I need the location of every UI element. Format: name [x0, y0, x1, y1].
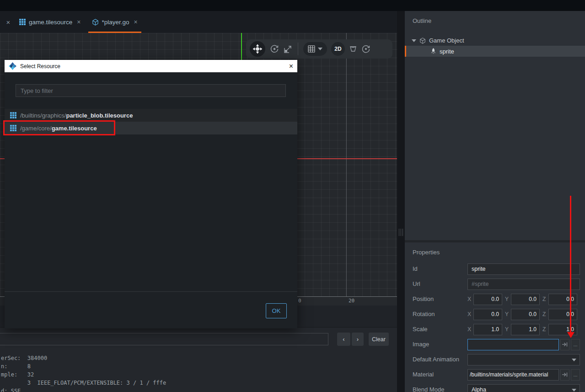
resource-path: /builtins/graphics/ — [20, 112, 66, 119]
dialog-close-icon[interactable]: × — [289, 63, 293, 70]
scale-tool-button[interactable] — [284, 44, 293, 54]
property-row-scale: Scale X Y Z — [405, 323, 585, 335]
scene-toolbar: 2D — [246, 39, 392, 59]
select-value: Alpha — [472, 387, 486, 392]
property-row-image: Image ... — [405, 338, 585, 350]
move-tool-button[interactable] — [250, 41, 265, 57]
resource-name: particle_blob.tilesource — [66, 112, 133, 119]
tree-expand-caret-icon[interactable] — [412, 39, 416, 42]
toolbar-divider — [298, 43, 298, 55]
tab-player-go[interactable]: *player.go × — [86, 11, 143, 33]
property-row-material: Material ... — [405, 369, 585, 381]
resource-filter-input[interactable] — [16, 84, 286, 97]
console-line: erSec: 384000 — [1, 354, 394, 362]
axis-x-label: X — [467, 311, 473, 317]
axis-z-label: Z — [542, 296, 548, 302]
id-field[interactable] — [467, 263, 580, 275]
console-line: 3 IEEE_FLOAT/PCM/EXTENSIBLE: 3 / 1 / fff… — [1, 379, 394, 387]
property-label: Image — [413, 338, 429, 350]
editor-tabbar: × game.tilesource × — [0, 11, 397, 33]
property-label: Rotation — [413, 308, 435, 320]
position-z-field[interactable] — [548, 294, 577, 305]
property-row-blend-mode: Blend Mode Alpha — [405, 384, 585, 392]
tab-game-tilesource[interactable]: game.tilesource × — [14, 11, 86, 33]
annotation-arrow-line — [570, 196, 571, 333]
outline-panel: Outline Game Object — [405, 11, 585, 240]
outline-item-game-object[interactable]: Game Object — [405, 35, 585, 46]
console-line: d: SSE — [1, 387, 394, 392]
property-row-url: Url — [405, 278, 585, 290]
tilesource-icon — [10, 112, 16, 118]
select-resource-dialog: Select Resource × /builtins/graphics/par… — [5, 60, 297, 328]
splitter-grip[interactable] — [399, 229, 403, 236]
resource-item-particle-blob[interactable]: /builtins/graphics/particle_blob.tilesou… — [5, 109, 297, 122]
axis-y-label: Y — [505, 296, 511, 302]
properties-panel: Properties Id Url Position X — [405, 242, 585, 392]
material-open-resource-icon[interactable] — [560, 369, 569, 381]
rotate-tool-button[interactable] — [269, 44, 279, 54]
axis-y-label: Y — [505, 326, 511, 333]
rotation-z-field[interactable] — [548, 309, 577, 320]
property-row-id: Id — [405, 263, 585, 275]
grid-dropdown-caret-icon[interactable] — [318, 48, 322, 50]
default-animation-select[interactable] — [467, 354, 580, 365]
dialog-footer: OK — [5, 291, 297, 328]
position-y-field[interactable] — [511, 294, 540, 305]
dropdown-caret-icon[interactable] — [572, 359, 576, 361]
property-label: Blend Mode — [413, 384, 444, 392]
dialog-titlebar: Select Resource × — [5, 60, 297, 72]
window-titlebar — [0, 0, 585, 11]
material-browse-button[interactable]: ... — [571, 369, 580, 381]
tab-label: game.tilesource — [29, 19, 72, 26]
dialog-title: Select Resource — [20, 63, 60, 70]
blend-mode-select[interactable]: Alpha — [467, 384, 580, 392]
console-search-input[interactable] — [0, 333, 328, 345]
console-next-button[interactable]: › — [352, 333, 364, 346]
image-browse-button[interactable]: ... — [571, 339, 580, 350]
overflow-tab-close-icon[interactable]: × — [3, 18, 14, 26]
image-field[interactable] — [467, 339, 559, 350]
axis-z-label: Z — [542, 326, 548, 333]
annotation-arrow-head-icon — [567, 332, 574, 338]
outline-item-label: sprite — [440, 48, 454, 55]
tab-label: *player.go — [102, 19, 129, 26]
rotation-x-field[interactable] — [473, 309, 502, 320]
frustum-culling-icon[interactable] — [349, 45, 357, 53]
rotation-y-field[interactable] — [511, 309, 540, 320]
tab-close-icon[interactable]: × — [134, 18, 138, 26]
properties-title: Properties — [413, 249, 440, 256]
right-panel: Outline Game Object — [405, 11, 585, 392]
axis-x-label: X — [467, 296, 473, 302]
position-x-field[interactable] — [473, 294, 502, 305]
ruler-tick-20: 20 — [349, 298, 354, 304]
image-open-resource-icon[interactable] — [560, 339, 569, 350]
axis-y-label: Y — [505, 311, 511, 317]
property-label: Id — [413, 263, 418, 275]
dropdown-caret-icon[interactable] — [572, 389, 576, 392]
tab-close-icon[interactable]: × — [77, 18, 81, 26]
grid-toggle-button[interactable] — [303, 42, 327, 56]
reset-camera-icon[interactable] — [361, 44, 370, 54]
panel-splitter[interactable] — [397, 11, 405, 392]
property-label: Position — [413, 293, 434, 305]
scale-x-field[interactable] — [473, 324, 502, 335]
property-label: Scale — [413, 323, 428, 335]
console-line: n: 8 — [1, 362, 394, 371]
outline-title: Outline — [413, 17, 431, 24]
2d-mode-button[interactable]: 2D — [331, 42, 345, 56]
property-label: Url — [413, 278, 420, 290]
console-prev-button[interactable]: ‹ — [337, 333, 350, 346]
console-output: erSec: 384000 n: 8 mple: 32 3 IEEE_FLOAT… — [1, 354, 394, 392]
grid-icon — [308, 45, 315, 53]
console-clear-button[interactable]: Clear — [369, 333, 389, 346]
outline-item-sprite[interactable]: sprite — [405, 46, 585, 57]
tilesource-icon — [19, 19, 26, 25]
url-field[interactable] — [467, 279, 580, 290]
ruler-tick-0: 0 — [298, 298, 301, 304]
material-field[interactable] — [467, 369, 559, 381]
scale-y-field[interactable] — [511, 324, 540, 335]
ok-button[interactable]: OK — [266, 303, 287, 318]
annotation-highlight-rect — [3, 120, 115, 135]
axis-x-label: X — [467, 326, 473, 333]
property-row-position: Position X Y Z — [405, 293, 585, 305]
